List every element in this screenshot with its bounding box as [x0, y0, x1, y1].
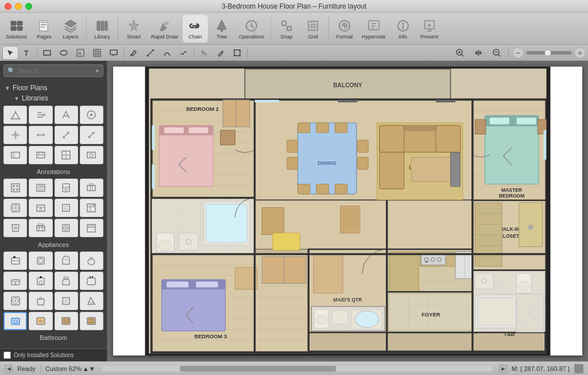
maximize-button[interactable]: [25, 3, 32, 10]
rectangle-tool[interactable]: [39, 46, 55, 60]
lib-item[interactable]: [55, 312, 78, 330]
fill-tool[interactable]: [196, 46, 212, 60]
text-tool[interactable]: T: [19, 46, 35, 60]
toolbar-snap[interactable]: Snap: [274, 15, 299, 42]
lib-item[interactable]: [55, 106, 78, 124]
lib-item[interactable]: [80, 126, 103, 144]
toolbar-rapid-draw[interactable]: Rapid Draw: [148, 15, 181, 42]
svg-rect-67: [38, 224, 43, 226]
toolbar-operations[interactable]: Operations: [235, 15, 268, 42]
lib-item[interactable]: [80, 179, 103, 197]
floor-plan-canvas[interactable]: BALCONY BEDROOM 2: [113, 67, 582, 355]
lib-item[interactable]: [80, 312, 103, 330]
zoom-slider[interactable]: [526, 51, 572, 55]
lib-item[interactable]: [29, 272, 52, 290]
lib-item[interactable]: [29, 312, 52, 330]
table-tool[interactable]: [89, 46, 105, 60]
search-box[interactable]: 🔍 ✦: [3, 64, 103, 77]
toolbar-grid[interactable]: Grid: [300, 15, 326, 42]
toolbar-pages[interactable]: Pages: [32, 15, 57, 42]
pen-tool[interactable]: [126, 46, 142, 60]
toolbar-chain[interactable]: Chain: [183, 15, 208, 42]
horizontal-scrollbar[interactable]: [102, 366, 493, 372]
svg-point-20: [402, 22, 404, 24]
toolbar-info[interactable]: Info: [390, 15, 416, 42]
lib-item[interactable]: [29, 199, 52, 217]
lib-item[interactable]: [3, 146, 27, 164]
lib-item[interactable]: [80, 219, 103, 237]
callout-tool[interactable]: [106, 46, 122, 60]
toolbar-format[interactable]: Format: [332, 15, 357, 42]
lib-item[interactable]: [3, 252, 27, 270]
lib-item[interactable]: [80, 272, 103, 290]
sidebar: 🔍 ✦ ▼ Floor Plans ▼ Libraries: [0, 61, 107, 361]
zoom-pan-tool[interactable]: [470, 46, 486, 60]
select-tool[interactable]: [2, 46, 18, 60]
appliances-label: Appliances: [3, 239, 103, 252]
toolbar-present[interactable]: Present: [417, 15, 442, 42]
lib-item[interactable]: [55, 252, 78, 270]
scroll-right-btn[interactable]: ▶: [499, 365, 507, 373]
lib-item[interactable]: [80, 292, 103, 310]
svg-rect-3: [17, 26, 22, 30]
lib-item[interactable]: [80, 146, 103, 164]
tree-libraries[interactable]: ▼ Libraries: [9, 93, 107, 103]
lib-item[interactable]: [3, 219, 27, 237]
zoom-minus[interactable]: −: [512, 47, 524, 59]
lib-item[interactable]: [3, 272, 27, 290]
lib-item[interactable]: [29, 179, 52, 197]
line-tool[interactable]: [142, 46, 158, 60]
lib-item[interactable]: [3, 199, 27, 217]
only-installed-checkbox[interactable]: [3, 351, 11, 359]
lib-item[interactable]: [3, 126, 27, 144]
toolbar-solutions[interactable]: Solutions: [2, 15, 30, 42]
grid-view-btn[interactable]: [574, 364, 583, 373]
lib-item[interactable]: [55, 292, 78, 310]
toolbar-layers[interactable]: Layers: [58, 15, 83, 42]
lib-item[interactable]: [55, 179, 78, 197]
eyedropper-tool[interactable]: [212, 46, 229, 60]
text-block-tool[interactable]: A: [72, 46, 88, 60]
toolbar-tree[interactable]: Tree: [209, 15, 234, 42]
lib-item[interactable]: [29, 292, 52, 310]
zoom-plus[interactable]: +: [574, 47, 586, 59]
ellipse-tool[interactable]: [56, 46, 72, 60]
lib-item-selected[interactable]: [3, 312, 27, 330]
tree-floor-plans[interactable]: ▼ Floor Plans: [0, 83, 107, 93]
search-input[interactable]: [18, 67, 92, 74]
lib-item[interactable]: [3, 179, 27, 197]
arc-tool[interactable]: [159, 46, 175, 60]
lib-item[interactable]: [80, 252, 103, 270]
lib-item[interactable]: [29, 252, 52, 270]
lib-item[interactable]: [29, 126, 52, 144]
lib-item[interactable]: [29, 219, 52, 237]
toolbar-library[interactable]: Library: [90, 15, 115, 42]
lib-item[interactable]: [55, 126, 78, 144]
minimize-button[interactable]: [15, 3, 22, 10]
lib-item[interactable]: [55, 146, 78, 164]
lib-item[interactable]: [29, 106, 52, 124]
zoom-out-tool[interactable]: [489, 46, 505, 60]
lib-item[interactable]: [55, 199, 78, 217]
freehand-tool[interactable]: [176, 46, 192, 60]
close-button[interactable]: [5, 3, 11, 10]
canvas-area[interactable]: BALCONY BEDROOM 2: [107, 61, 588, 361]
lib-item[interactable]: [3, 106, 27, 124]
lib-item[interactable]: [80, 106, 103, 124]
lib-item[interactable]: [80, 199, 103, 217]
only-installed-label[interactable]: Only Installed Solutions: [3, 351, 103, 359]
chain-label: Chain: [188, 34, 202, 40]
lib-item[interactable]: [55, 272, 78, 290]
toolbar-hypernote[interactable]: Hypernote: [358, 15, 389, 42]
lib-item[interactable]: [3, 292, 27, 310]
toolbar-smart[interactable]: Smart: [121, 15, 146, 42]
lib-item[interactable]: [55, 219, 78, 237]
svg-rect-236: [475, 273, 493, 289]
scroll-left-btn[interactable]: ◀: [5, 365, 13, 373]
lib-item[interactable]: [29, 146, 52, 164]
transform-tool[interactable]: [229, 46, 245, 60]
svg-rect-268: [273, 233, 300, 250]
zoom-in-tool[interactable]: [452, 46, 468, 60]
svg-rect-93: [67, 319, 69, 323]
zoom-select[interactable]: Custom 62% ▲▼: [45, 365, 95, 372]
